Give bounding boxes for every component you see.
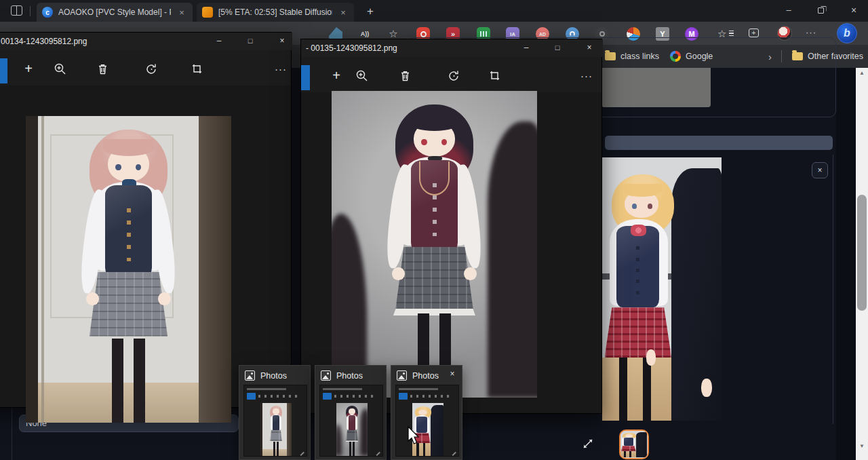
sd-panel-border [12,408,12,460]
photos1-canvas [0,85,291,407]
tab-label: [5% ETA: 02:53] Stable Diffusion [218,7,332,17]
photos2-title: - 00135-1243095812.png [306,43,397,53]
tab-search-icon[interactable] [11,5,22,16]
preview-window-snapshot [395,385,459,457]
photos2-close-button[interactable]: × [578,41,600,56]
sd-preview-image-blonde-girl[interactable] [602,157,722,421]
civitai-favicon: c [42,7,53,18]
taskbar-preview-2[interactable]: Photos [315,365,387,460]
taskbar-preview-3[interactable]: Photos × [391,365,462,460]
scrollbar-thumb[interactable] [857,195,867,311]
new-tab-button[interactable]: + [362,4,378,19]
columns-glyph [480,31,487,37]
photos1-title: 00134-1243095812.png [1,37,87,46]
photos1-minimize-button[interactable]: – [208,34,230,49]
browser-tab-bar: c AOAOKO [PVC Style Model] - PV × [5% ET… [0,0,868,22]
tab-close-icon[interactable]: × [176,7,187,18]
divider [30,6,31,16]
sd-progress-bar [605,136,833,150]
preview-window-snapshot [243,385,307,457]
photos2-maximize-button[interactable]: □ [547,41,568,56]
delete-icon[interactable] [95,61,110,76]
taskbar-preview-1[interactable]: Photos [239,365,311,460]
suited-figure [671,168,722,421]
photos1-title-bar[interactable]: 00134-1243095812.png – □ × [0,33,292,50]
scroll-up-arrow[interactable]: ▲ [856,68,868,79]
photos-app-icon [245,370,255,381]
browser-restore-button[interactable] [811,4,831,18]
rotate-icon[interactable] [144,61,159,76]
blurred-figure [488,121,537,398]
bing-chat-icon[interactable]: b [837,23,857,43]
collections-icon[interactable]: + [749,28,759,37]
preview-label: Photos [260,371,287,381]
sd-gray-button[interactable] [602,68,711,107]
see-more-icon[interactable]: ··· [579,68,594,83]
restore-icon [818,7,824,14]
add-to-album-icon[interactable]: + [21,61,36,76]
photos2-title-bar[interactable]: - 00135-1243095812.png – □ × [301,39,603,57]
browser-minimize-button[interactable]: – [778,4,799,18]
rotate-icon[interactable] [446,68,461,83]
eye-glyph [599,31,605,37]
photos2-minimize-button[interactable]: – [515,41,537,56]
zoom-in-icon[interactable] [354,68,369,83]
see-all-photos-button[interactable] [0,58,7,83]
browser-more-icon[interactable]: ··· [806,27,816,37]
swirl-glyph [570,31,575,37]
tab-close-icon[interactable]: × [338,7,349,18]
photos-app-icon [397,370,407,381]
preview-label: Photos [336,371,363,381]
photos1-close-button[interactable]: × [271,34,293,49]
desktop-screen: c AOAOKO [PVC Style Model] - PV × [5% ET… [0,0,868,460]
sd-selected-thumbnail[interactable] [619,429,649,459]
photos-window-1: 00134-1243095812.png – □ × + ··· [0,32,292,408]
photo-00135-black-hair-girl[interactable] [332,91,537,398]
scroll-down-arrow[interactable]: ▼ [856,441,868,452]
tab-label: AOAOKO [PVC Style Model] - PV [58,7,171,17]
see-all-photos-button[interactable] [301,65,310,90]
crop-icon[interactable] [189,61,204,76]
photos-app-icon [321,370,331,381]
mouse-cursor [407,426,422,446]
tab-stable-diffusion[interactable]: [5% ETA: 02:53] Stable Diffusion × [197,3,354,22]
sd-gallery-close-button[interactable]: × [812,162,828,178]
preview-window-snapshot [319,385,383,457]
photo-00134-pink-hair-girl[interactable] [26,116,231,423]
tab-civitai[interactable]: c AOAOKO [PVC Style Model] - PV × [37,3,193,22]
ring-glyph [420,31,427,37]
zoom-in-icon[interactable] [52,61,67,76]
preview-close-button[interactable]: × [446,368,458,381]
list-lines [729,31,734,36]
photos2-toolbar: + ··· [301,57,601,92]
browser-close-button[interactable]: × [844,4,864,18]
see-more-icon[interactable]: ··· [273,61,288,76]
sd-page-margin [836,68,856,460]
sd-favicon [202,7,213,18]
fullscreen-expand-icon[interactable] [580,436,595,451]
crop-icon[interactable] [487,68,502,83]
preview-label: Photos [412,371,439,381]
sd-gallery-panel [602,155,833,424]
photos-window-2: - 00135-1243095812.png – □ × + ··· [300,39,602,414]
delete-icon[interactable] [397,68,412,83]
thumbnail-image [620,431,647,457]
photos1-maximize-button[interactable]: □ [239,34,261,49]
photos1-toolbar: + ··· [0,50,291,85]
add-to-album-icon[interactable]: + [329,68,344,83]
